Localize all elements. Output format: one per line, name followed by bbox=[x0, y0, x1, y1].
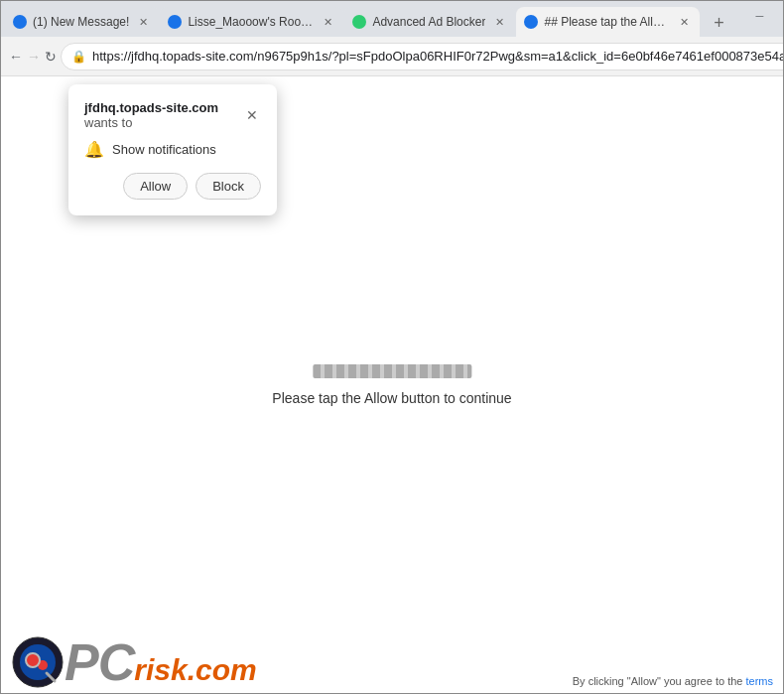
tab-3-close[interactable]: ✕ bbox=[491, 14, 507, 30]
block-button[interactable]: Block bbox=[196, 173, 261, 200]
footer-brand: PC risk.com bbox=[11, 635, 257, 689]
popup-notification-row: 🔔 Show notifications bbox=[84, 140, 261, 159]
tab-3-favicon bbox=[352, 15, 366, 29]
terms-link[interactable]: terms bbox=[746, 675, 774, 687]
page-center: Please tap the Allow button to continue bbox=[272, 364, 511, 406]
back-button[interactable]: ← bbox=[9, 43, 23, 70]
url-text: https://jfdhq.topads-site.com/n9675p9h1s… bbox=[92, 49, 784, 64]
popup-header: jfdhq.topads-site.com wants to ✕ bbox=[84, 100, 261, 130]
popup-buttons: Allow Block bbox=[84, 173, 261, 200]
pc-text: PC bbox=[65, 636, 134, 688]
notification-popup: jfdhq.topads-site.com wants to ✕ 🔔 Show … bbox=[68, 84, 277, 215]
tab-1-label: (1) New Message! bbox=[33, 15, 129, 29]
lock-icon: 🔒 bbox=[71, 50, 86, 64]
pcrisk-logo-icon bbox=[11, 635, 65, 689]
tab-4[interactable]: ## Please tap the Allow butto... ✕ bbox=[516, 7, 700, 37]
tab-2-label: Lisse_Maooow's Room @ Che... bbox=[188, 15, 314, 29]
risk-text: risk.com bbox=[134, 655, 256, 685]
tab-4-favicon bbox=[524, 15, 538, 29]
pcrisk-text: PC risk.com bbox=[65, 636, 257, 688]
tab-2-favicon bbox=[168, 15, 182, 29]
address-bar[interactable]: 🔒 https://jfdhq.topads-site.com/n9675p9h… bbox=[61, 43, 784, 70]
browser-frame: (1) New Message! ✕ Lisse_Maooow's Room @… bbox=[1, 1, 783, 693]
reload-button[interactable]: ↻ bbox=[45, 43, 57, 70]
toolbar: ← → ↻ 🔒 https://jfdhq.topads-site.com/n9… bbox=[1, 37, 783, 76]
tab-2[interactable]: Lisse_Maooow's Room @ Che... ✕ bbox=[160, 7, 343, 37]
bell-icon: 🔔 bbox=[84, 140, 104, 159]
new-tab-button[interactable]: + bbox=[705, 9, 732, 37]
tab-4-close[interactable]: ✕ bbox=[676, 14, 692, 30]
forward-button[interactable]: → bbox=[27, 43, 41, 70]
content-area: jfdhq.topads-site.com wants to ✕ 🔔 Show … bbox=[1, 76, 783, 693]
page-instruction: Please tap the Allow button to continue bbox=[272, 390, 511, 406]
popup-close-button[interactable]: ✕ bbox=[244, 105, 261, 125]
popup-message: Show notifications bbox=[112, 142, 216, 157]
tab-4-label: ## Please tap the Allow butto... bbox=[544, 15, 670, 29]
window-controls: ─ □ ✕ bbox=[736, 1, 784, 37]
footer-terms: By clicking "Allow" you agree to the ter… bbox=[573, 675, 773, 687]
minimize-button[interactable]: ─ bbox=[736, 1, 782, 31]
tab-1[interactable]: (1) New Message! ✕ bbox=[5, 7, 159, 37]
tab-bar: (1) New Message! ✕ Lisse_Maooow's Room @… bbox=[1, 1, 736, 37]
popup-site-title: jfdhq.topads-site.com wants to bbox=[84, 100, 244, 130]
tab-3-label: Advanced Ad Blocker bbox=[372, 15, 485, 29]
tab-2-close[interactable]: ✕ bbox=[320, 14, 335, 30]
tab-1-close[interactable]: ✕ bbox=[135, 14, 151, 30]
allow-button[interactable]: Allow bbox=[123, 173, 188, 200]
progress-bar bbox=[313, 364, 471, 378]
tab-1-favicon bbox=[13, 15, 27, 29]
tab-3[interactable]: Advanced Ad Blocker ✕ bbox=[344, 7, 515, 37]
